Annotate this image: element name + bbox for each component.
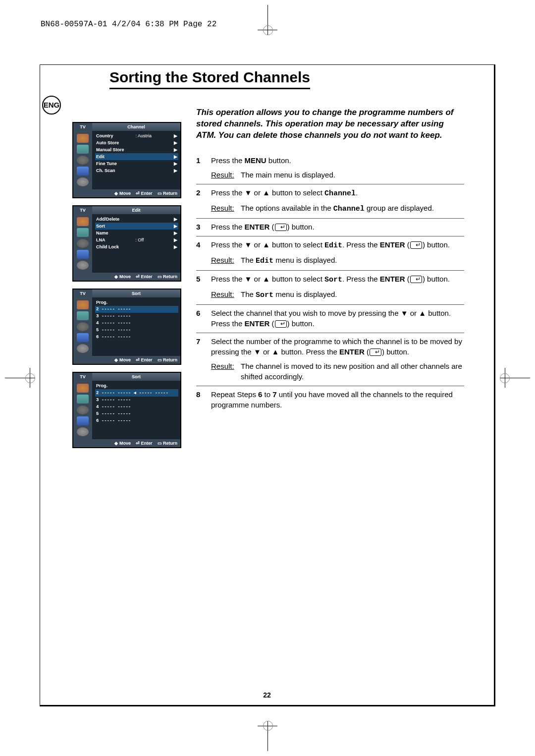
step-6: 6Select the channel that you wish to mov… bbox=[196, 305, 464, 333]
step-2: 2Press the ▼ or ▲ button to select Chann… bbox=[196, 184, 464, 219]
picture-icon bbox=[77, 384, 89, 393]
step-4: 4Press the ▼ or ▲ button to select Edit.… bbox=[196, 236, 464, 271]
setup-icon bbox=[77, 416, 89, 425]
osd-channel-menu: TVChannel Country: Austria▶Auto Store▶Ma… bbox=[72, 122, 181, 198]
osd-list: Prog.2 ----- -----3 ----- -----4 ----- -… bbox=[92, 297, 180, 356]
registration-mark bbox=[263, 721, 273, 731]
manual-page: BN68-00597A-01 4/2/04 6:38 PM Page 22 So… bbox=[0, 0, 535, 756]
page-number: 22 bbox=[40, 691, 494, 699]
step-3: 3Press the ENTER () button. bbox=[196, 219, 464, 236]
osd-tv-label: TV bbox=[73, 123, 92, 131]
intro-text: This operation allows you to change the … bbox=[196, 107, 464, 141]
picture-icon bbox=[77, 134, 89, 143]
step-7: 7Select the number of the programme to w… bbox=[196, 333, 464, 386]
osd-sort-menu: TVSort Prog.2 ----- -----3 ----- -----4 … bbox=[72, 289, 181, 365]
lang-badge: ENG bbox=[42, 96, 61, 115]
picture-icon bbox=[77, 300, 89, 309]
picture-icon bbox=[77, 217, 89, 226]
registration-mark bbox=[500, 373, 510, 383]
print-header: BN68-00597A-01 4/2/04 6:38 PM Page 22 bbox=[41, 20, 216, 29]
osd-list: Country: Austria▶Auto Store▶Manual Store… bbox=[92, 131, 180, 189]
osd-title: Channel bbox=[92, 123, 180, 131]
content-area: This operation allows you to change the … bbox=[196, 107, 464, 414]
sound-icon bbox=[77, 311, 89, 320]
osd-column: TVChannel Country: Austria▶Auto Store▶Ma… bbox=[72, 122, 181, 455]
input-icon bbox=[77, 344, 89, 353]
channel-icon bbox=[77, 239, 89, 248]
osd-list: Add/Delete▶Sort▶Name▶LNA: Off▶Child Lock… bbox=[92, 214, 180, 273]
content-frame: Sorting the Stored Channels ENG TVChanne… bbox=[40, 64, 495, 706]
input-icon bbox=[77, 177, 89, 186]
osd-sort-move-menu: TVSort Prog.2 ----- ----- ◀ ----- -----3… bbox=[72, 372, 181, 448]
page-title: Sorting the Stored Channels bbox=[109, 69, 310, 89]
setup-icon bbox=[77, 333, 89, 342]
input-icon bbox=[77, 427, 89, 436]
steps-list: 1Press the MENU button.Result:The main m… bbox=[196, 152, 464, 414]
channel-icon bbox=[77, 156, 89, 165]
setup-icon bbox=[77, 167, 89, 175]
step-1: 1Press the MENU button.Result:The main m… bbox=[196, 152, 464, 184]
step-8: 8Repeat Steps 6 to 7 until you have move… bbox=[196, 386, 464, 414]
channel-icon bbox=[77, 322, 89, 331]
setup-icon bbox=[77, 250, 89, 259]
registration-mark bbox=[263, 25, 273, 35]
osd-footer: ◆ Move⏎ Enter▭ Return bbox=[73, 189, 180, 197]
osd-iconbar bbox=[73, 131, 92, 189]
registration-mark bbox=[25, 373, 35, 383]
step-5: 5Press the ▼ or ▲ button to select Sort.… bbox=[196, 271, 464, 305]
sound-icon bbox=[77, 228, 89, 237]
input-icon bbox=[77, 261, 89, 270]
osd-list: Prog.2 ----- ----- ◀ ----- -----3 ----- … bbox=[92, 381, 180, 439]
channel-icon bbox=[77, 406, 89, 414]
sound-icon bbox=[77, 145, 89, 154]
sound-icon bbox=[77, 395, 89, 404]
osd-edit-menu: TVEdit Add/Delete▶Sort▶Name▶LNA: Off▶Chi… bbox=[72, 205, 181, 282]
